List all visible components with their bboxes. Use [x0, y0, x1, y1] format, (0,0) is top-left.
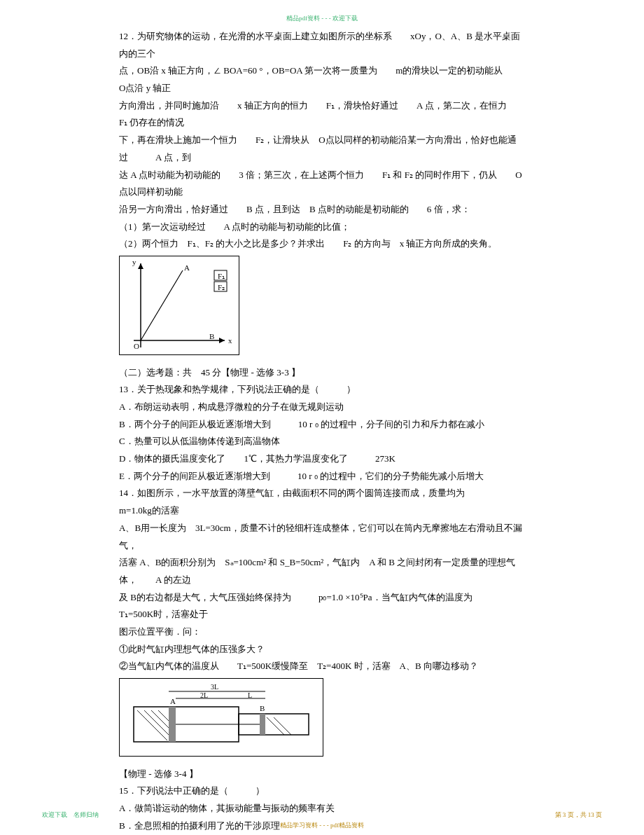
q12-line4: 下，再在滑块上施加一个恒力 F₂，让滑块从 O点以同样的初动能沿某一方向滑出，恰…: [119, 132, 525, 166]
svg-text:3L: 3L: [211, 683, 218, 691]
section34-title: 【物理 - 选修 3-4 】: [119, 766, 525, 783]
q15-line1: 15．下列说法中正确的是（ ）: [119, 782, 525, 800]
q13-optE: E．两个分子的间距从极近逐渐增大到 10 r ₀ 的过程中，它们的分子势能先减小…: [119, 468, 525, 485]
svg-line-28: [144, 710, 169, 735]
q13-optB: B．两个分子的间距从极近逐渐增大到 10 r ₀ 的过程中，分子间的引力和斥力都…: [119, 416, 525, 434]
svg-line-32: [274, 717, 291, 735]
svg-text:A: A: [184, 263, 190, 272]
q13-optC: C．热量可以从低温物体传递到高温物体: [119, 433, 525, 450]
section2-title: （二）选考题：共 45 分【物理 - 选修 3-3 】: [119, 364, 525, 382]
svg-text:x: x: [228, 336, 232, 345]
q14-line5: 图示位置平衡．问：: [119, 623, 525, 641]
q12-line8: （2）两个恒力 F₁、F₂ 的大小之比是多少？并求出 F₂ 的方向与 x 轴正方…: [119, 235, 525, 253]
q13-optD: D．物体的摄氏温度变化了 1℃，其热力学温度变化了 273K: [119, 450, 525, 468]
svg-marker-3: [138, 263, 144, 269]
q12-line2: 点，OB沿 x 轴正方向，∠ BOA=60 °，OB=OA 第一次将一质量为 m…: [119, 62, 525, 97]
q13-line1: 13．关于热现象和热学规律，下列说法正确的是（ ）: [119, 381, 525, 399]
q15-optA: A．做简谐运动的物体，其振动能量与振动的频率有关: [119, 800, 525, 817]
svg-rect-16: [169, 707, 176, 742]
q12-line7: （1）第一次运动经过 A 点时的动能与初动能的比值；: [119, 219, 525, 236]
q14-line2: A、B用一长度为 3L=30cm，质量不计的轻细杆连成整体，它们可以在筒内无摩擦…: [119, 520, 525, 554]
q14-line3: 活塞 A、B的面积分别为 Sₐ=100cm² 和 S_B=50cm²，气缸内 A…: [119, 554, 525, 588]
q12-figure: x y O A B F₁ F₂: [119, 256, 239, 355]
footer-center: 精品学习资料 - - - pdf精品资料: [280, 820, 364, 831]
svg-line-7: [141, 270, 183, 340]
q14-line4: 及 B的右边都是大气，大气压强始终保持为 p₀=1.0 ×10⁵Pa．当气缸内气…: [119, 589, 525, 623]
svg-marker-1: [219, 338, 225, 343]
svg-text:L: L: [248, 691, 252, 699]
q14-figure: A B 3L 2L L: [119, 678, 323, 757]
q13-optA: A．布朗运动表明，构成悬浮微粒的分子在做无规则运动: [119, 399, 525, 416]
q14-line6: ①此时气缸内理想气体的压强多大？: [119, 641, 525, 658]
footer-right: 第 3 页，共 13 页: [555, 809, 603, 821]
q14-line7: ②当气缸内气体的温度从 T₁=500K缓慢降至 T₂=400K 时，活塞 A、B…: [119, 658, 525, 675]
svg-text:O: O: [134, 342, 139, 350]
svg-text:B: B: [260, 704, 265, 712]
svg-text:2L: 2L: [200, 691, 208, 699]
svg-rect-17: [260, 714, 265, 735]
svg-line-31: [267, 717, 284, 735]
q12-line1: 12．为研究物体的运动，在光滑的水平桌面上建立如图所示的坐标系 xOy，O、A、…: [119, 28, 525, 62]
q12-line3: 方向滑出，并同时施加沿 x 轴正方向的恒力 F₁，滑块恰好通过 A 点，第二次，…: [119, 97, 525, 132]
footer-left: 欢迎下载 名师归纳: [42, 809, 99, 821]
q14-line1: 14．如图所示，一水平放置的薄壁气缸，由截面积不同的两个圆筒连接而成，质量均为 …: [119, 485, 525, 519]
svg-text:y: y: [132, 258, 136, 266]
svg-text:A: A: [170, 697, 176, 705]
page-header: 精品pdf资料 - - - 欢迎下载: [286, 13, 358, 25]
q12-line6: 沿另一方向滑出，恰好通过 B 点，且到达 B 点时的动能是初动能的 6 倍，求：: [119, 201, 525, 219]
svg-line-29: [151, 710, 169, 728]
svg-text:F₂: F₂: [218, 283, 225, 291]
q12-line5: 达 A 点时动能为初动能的 3 倍；第三次，在上述两个恒力 F₁ 和 F₂ 的同…: [119, 167, 525, 201]
svg-text:B: B: [209, 332, 214, 340]
svg-text:F₁: F₁: [218, 272, 225, 280]
